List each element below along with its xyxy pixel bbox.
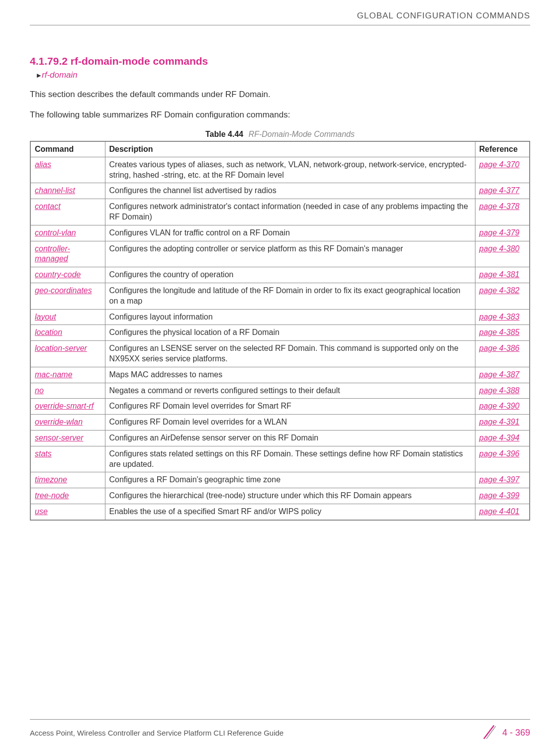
command-link[interactable]: timezone [35, 475, 67, 484]
intro-paragraph-2: The following table summarizes RF Domain… [30, 109, 530, 121]
intro-paragraph-1: This section describes the default comma… [30, 89, 530, 101]
cell-reference: page 4-399 [475, 488, 530, 504]
table-row: location-serverConfigures an LSENSE serv… [30, 341, 530, 367]
table-row: country-codeConfigures the country of op… [30, 267, 530, 283]
page-reference-link[interactable]: page 4-379 [479, 228, 520, 237]
page-reference-link[interactable]: page 4-388 [479, 386, 520, 395]
cell-command: layout [30, 309, 105, 325]
command-link[interactable]: channel-list [35, 186, 75, 195]
table-row: contactConfigures network administrator'… [30, 199, 530, 225]
command-link[interactable]: stats [35, 449, 52, 458]
cell-reference: page 4-370 [475, 157, 530, 183]
page-reference-link[interactable]: page 4-377 [479, 186, 520, 195]
footer-guide-title: Access Point, Wireless Controller and Se… [30, 729, 283, 737]
command-link[interactable]: control-vlan [35, 228, 76, 237]
cell-command: control-vlan [30, 225, 105, 241]
cell-reference: page 4-385 [475, 325, 530, 341]
section-heading: 4.1.79.2 rf-domain-mode commands [30, 55, 530, 67]
command-link[interactable]: geo-coordinates [35, 286, 92, 295]
cell-command: location [30, 325, 105, 341]
table-row: override-smart-rfConfigures RF Domain le… [30, 399, 530, 415]
table-row: sensor-serverConfigures an AirDefense se… [30, 431, 530, 446]
page-reference-link[interactable]: page 4-396 [479, 449, 520, 458]
running-header: GLOBAL CONFIGURATION COMMANDS [30, 0, 530, 25]
cell-reference: page 4-391 [475, 415, 530, 431]
table-row: controller-managedConfigures the adoptin… [30, 241, 530, 267]
cell-description: Configures layout information [105, 309, 475, 325]
command-link[interactable]: mac-name [35, 370, 73, 379]
cell-reference: page 4-397 [475, 472, 530, 488]
cell-description: Configures RF Domain level overrides for… [105, 399, 475, 415]
cell-reference: page 4-394 [475, 431, 530, 446]
breadcrumb-link[interactable]: rf-domain [42, 70, 78, 80]
command-link[interactable]: no [35, 386, 44, 395]
command-link[interactable]: tree-node [35, 491, 69, 500]
cell-command: controller-managed [30, 241, 105, 267]
command-link[interactable]: use [35, 507, 48, 516]
table-row: tree-nodeConfigures the hierarchical (tr… [30, 488, 530, 504]
command-link[interactable]: controller-managed [35, 244, 70, 263]
triangle-right-icon: ▶ [37, 72, 41, 79]
table-row: timezoneConfigures a RF Domain's geograp… [30, 472, 530, 488]
page-reference-link[interactable]: page 4-394 [479, 433, 520, 442]
table-row: layoutConfigures layout informationpage … [30, 309, 530, 325]
table-row: locationConfigures the physical location… [30, 325, 530, 341]
page-reference-link[interactable]: page 4-382 [479, 286, 520, 295]
table-header-row: Command Description Reference [30, 141, 530, 157]
page-content: 4.1.79.2 rf-domain-mode commands ▶ rf-do… [30, 25, 530, 521]
page-reference-link[interactable]: page 4-378 [479, 202, 520, 211]
cell-description: Configures network administrator's conta… [105, 199, 475, 225]
cell-command: no [30, 383, 105, 399]
cell-command: tree-node [30, 488, 105, 504]
page-reference-link[interactable]: page 4-391 [479, 418, 520, 426]
cell-command: timezone [30, 472, 105, 488]
page-reference-link[interactable]: page 4-385 [479, 328, 520, 336]
cell-command: sensor-server [30, 431, 105, 446]
table-row: control-vlanConfigures VLAN for traffic … [30, 225, 530, 241]
page-reference-link[interactable]: page 4-380 [479, 244, 520, 253]
page-reference-link[interactable]: page 4-387 [479, 370, 520, 379]
cell-reference: page 4-377 [475, 183, 530, 199]
page-reference-link[interactable]: page 4-370 [479, 160, 520, 169]
table-row: mac-nameMaps MAC addresses to namespage … [30, 367, 530, 383]
th-command: Command [30, 141, 105, 157]
th-description: Description [105, 141, 475, 157]
table-caption-title: RF-Domain-Mode Commands [249, 130, 355, 138]
page-reference-link[interactable]: page 4-397 [479, 475, 520, 484]
table-row: geo-coordinatesConfigures the longitude … [30, 283, 530, 310]
cell-command: channel-list [30, 183, 105, 199]
cell-description: Configures the channel list advertised b… [105, 183, 475, 199]
commands-table: Command Description Reference aliasCreat… [30, 141, 530, 521]
cell-reference: page 4-396 [475, 446, 530, 472]
page-reference-link[interactable]: page 4-381 [479, 270, 520, 279]
cell-description: Configures RF Domain level overrides for… [105, 415, 475, 431]
page-reference-link[interactable]: page 4-386 [479, 344, 520, 352]
cell-reference: page 4-387 [475, 367, 530, 383]
command-link[interactable]: location [35, 328, 62, 336]
command-link[interactable]: sensor-server [35, 433, 84, 442]
command-link[interactable]: location-server [35, 344, 87, 352]
command-link[interactable]: country-code [35, 270, 81, 279]
command-link[interactable]: override-smart-rf [35, 402, 93, 410]
command-link[interactable]: alias [35, 160, 51, 169]
command-link[interactable]: layout [35, 313, 56, 321]
command-link[interactable]: contact [35, 202, 61, 211]
cell-description: Configures the country of operation [105, 267, 475, 283]
running-title: GLOBAL CONFIGURATION COMMANDS [357, 11, 530, 20]
cell-reference: page 4-388 [475, 383, 530, 399]
page-reference-link[interactable]: page 4-390 [479, 402, 520, 410]
table-row: noNegates a command or reverts configure… [30, 383, 530, 399]
cell-command: use [30, 504, 105, 520]
svg-line-1 [486, 726, 496, 739]
page-reference-link[interactable]: page 4-383 [479, 313, 520, 321]
page-reference-link[interactable]: page 4-399 [479, 491, 520, 500]
table-row: channel-listConfigures the channel list … [30, 183, 530, 199]
cell-command: stats [30, 446, 105, 472]
cell-command: location-server [30, 341, 105, 367]
page-footer: Access Point, Wireless Controller and Se… [30, 719, 530, 742]
page-reference-link[interactable]: page 4-401 [479, 507, 520, 516]
cell-reference: page 4-382 [475, 283, 530, 310]
cell-command: contact [30, 199, 105, 225]
cell-description: Configures a RF Domain's geographic time… [105, 472, 475, 488]
command-link[interactable]: override-wlan [35, 418, 83, 426]
